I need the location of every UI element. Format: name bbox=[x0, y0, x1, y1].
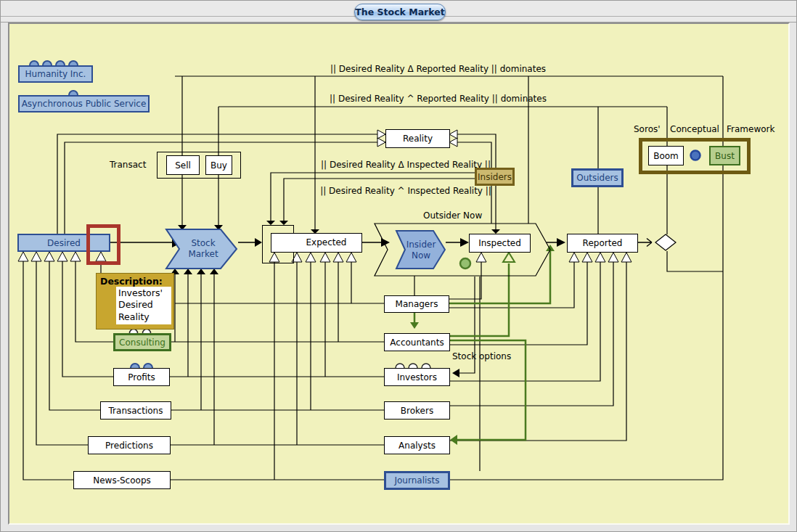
outsider-now-label: Outsider Now bbox=[423, 210, 482, 221]
stock-market-label: Stock Market bbox=[182, 237, 224, 261]
node-boom[interactable]: Boom bbox=[648, 146, 684, 165]
soros-label-2: Conceptual bbox=[670, 124, 719, 134]
description-body: Investors' Desired Reality bbox=[116, 287, 171, 324]
soros-label-3: Framework bbox=[727, 124, 774, 134]
node-reality[interactable]: Reality bbox=[385, 129, 450, 148]
node-sell[interactable]: Sell bbox=[166, 155, 200, 175]
node-insiders[interactable]: Insiders bbox=[475, 168, 515, 186]
node-journalists[interactable]: Journalists bbox=[384, 471, 450, 490]
transact-label: Transact bbox=[110, 160, 146, 170]
node-outsiders[interactable]: Outsiders bbox=[571, 168, 624, 187]
rule-desired-delta-reported: || Desired Reality Δ Reported Reality ||… bbox=[327, 64, 549, 74]
node-accountants[interactable]: Accountants bbox=[384, 333, 450, 351]
description-tooltip: Description: Investors' Desired Reality bbox=[96, 273, 174, 330]
node-managers[interactable]: Managers bbox=[384, 295, 449, 313]
connector-row-links bbox=[170, 273, 384, 480]
node-investors[interactable]: Investors bbox=[384, 368, 450, 386]
rule-desired-and-reported: || Desired Reality ^ Reported Reality ||… bbox=[327, 94, 549, 104]
node-reported[interactable]: Reported bbox=[567, 234, 638, 253]
green-plug-triangle bbox=[503, 253, 515, 262]
node-predictions[interactable]: Predictions bbox=[88, 436, 171, 454]
node-inspected[interactable]: Inspected bbox=[469, 234, 531, 253]
node-buy[interactable]: Buy bbox=[205, 155, 232, 175]
node-analysts[interactable]: Analysts bbox=[384, 436, 450, 454]
stock-options-label: Stock options bbox=[452, 351, 511, 361]
green-state-circle bbox=[460, 258, 470, 269]
node-consulting[interactable]: Consulting bbox=[113, 333, 171, 351]
description-title: Description: bbox=[100, 276, 163, 287]
node-humanity-inc[interactable]: Humanity Inc. bbox=[18, 65, 93, 83]
node-transactions[interactable]: Transactions bbox=[100, 401, 171, 420]
app-window: The Stock Market bbox=[0, 0, 797, 532]
selection-highlight-red[interactable] bbox=[86, 224, 120, 265]
rule-desired-and-inspected: || Desired Reality ^ Inspected Reality |… bbox=[293, 186, 518, 196]
node-brokers[interactable]: Brokers bbox=[384, 401, 450, 420]
node-bust[interactable]: Bust bbox=[709, 146, 740, 165]
node-news-scoops[interactable]: News-Scoops bbox=[73, 471, 171, 489]
node-profits[interactable]: Profits bbox=[113, 368, 170, 386]
insider-now-label: Insider Now bbox=[401, 240, 441, 261]
node-asynchronous-public-service[interactable]: Asynchronous Public Service bbox=[18, 95, 150, 112]
soros-label-1: Soros' bbox=[634, 124, 661, 134]
decision-diamond[interactable] bbox=[655, 234, 676, 250]
expected-label: Expected bbox=[293, 237, 360, 247]
